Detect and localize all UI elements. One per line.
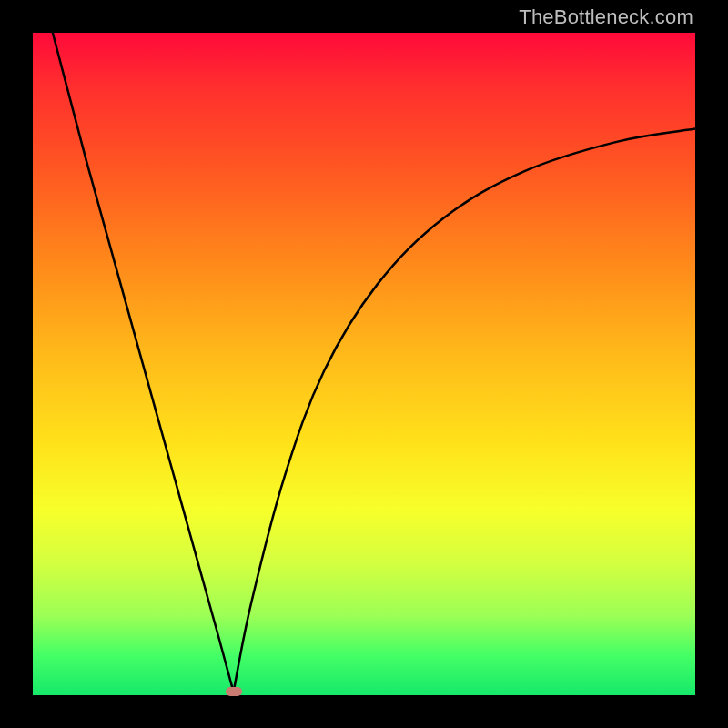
left-branch-path: [53, 33, 234, 692]
curve-svg: [33, 33, 695, 695]
chart-frame: TheBottleneck.com: [0, 0, 728, 728]
right-branch-path: [234, 129, 695, 693]
watermark-label: TheBottleneck.com: [519, 5, 693, 29]
plot-area: [33, 33, 695, 695]
min-marker: [226, 687, 242, 696]
